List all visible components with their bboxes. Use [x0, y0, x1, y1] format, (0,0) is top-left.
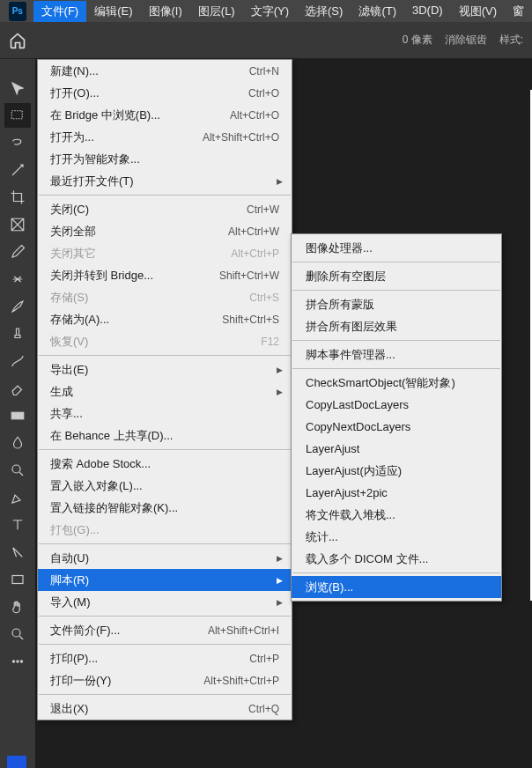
menu-滤镜(T)[interactable]: 滤镜(T)	[351, 1, 404, 22]
menu-item-shortcut: Ctrl+W	[247, 203, 279, 216]
menu-item-label: 打印(P)...	[50, 651, 98, 667]
menu-item-label: 存储(S)	[50, 290, 88, 306]
menu-item-label: 关闭其它	[50, 246, 96, 262]
menu-item-打开为智能对象...[interactable]: 打开为智能对象...	[38, 148, 292, 170]
tool-crop[interactable]	[4, 185, 31, 210]
tool-marquee[interactable]	[4, 103, 31, 128]
menu-item-导入(M)[interactable]: 导入(M)	[38, 591, 292, 613]
menu-3D(D)[interactable]: 3D(D)	[404, 1, 451, 22]
svg-point-5	[12, 661, 14, 662]
tool-lasso[interactable]	[4, 130, 31, 155]
menu-item-自动(U)[interactable]: 自动(U)	[38, 547, 292, 569]
menu-item-存储(S): 存储(S)Ctrl+S	[38, 286, 292, 308]
menu-item-生成[interactable]: 生成	[38, 380, 292, 402]
menu-item-存储为(A)...[interactable]: 存储为(A)...Shift+Ctrl+S	[38, 308, 292, 330]
tool-blur[interactable]	[4, 431, 31, 455]
tool-eraser[interactable]	[4, 376, 31, 401]
menu-item-文件简介(F)...[interactable]: 文件简介(F)...Alt+Shift+Ctrl+I	[38, 619, 292, 641]
menu-item-在 Bridge 中浏览(B)...[interactable]: 在 Bridge 中浏览(B)...Alt+Ctrl+O	[38, 104, 292, 126]
menu-item-关闭(C)[interactable]: 关闭(C)Ctrl+W	[38, 198, 292, 220]
menu-item-置入嵌入对象(L)...[interactable]: 置入嵌入对象(L)...	[38, 475, 292, 497]
menu-item-label: 退出(X)	[50, 701, 88, 717]
menu-item-最近打开文件(T)[interactable]: 最近打开文件(T)	[38, 170, 292, 192]
menu-item-label: 打开为...	[50, 129, 94, 145]
menu-item-打开为...[interactable]: 打开为...Alt+Shift+Ctrl+O	[38, 126, 292, 148]
menu-item-在 Behance 上共享(D)...[interactable]: 在 Behance 上共享(D)...	[38, 425, 292, 447]
menu-item-退出(X)[interactable]: 退出(X)Ctrl+Q	[38, 698, 292, 720]
tool-eyedrop[interactable]	[4, 240, 31, 264]
tool-pen[interactable]	[4, 485, 31, 510]
menu-视图(V)[interactable]: 视图(V)	[451, 1, 505, 22]
menu-item-shortcut: Ctrl+Q	[248, 703, 279, 715]
menu-文字(Y)[interactable]: 文字(Y)	[243, 1, 297, 22]
tool-zoom[interactable]	[4, 622, 31, 646]
submenu-item-浏览(B)...[interactable]: 浏览(B)...	[292, 576, 501, 598]
submenu-item-统计...[interactable]: 统计...	[292, 526, 501, 548]
menu-item-打印(P)...[interactable]: 打印(P)...Ctrl+P	[38, 647, 292, 669]
menu-编辑(E)[interactable]: 编辑(E)	[86, 1, 140, 22]
menu-图层(L)[interactable]: 图层(L)	[190, 1, 243, 22]
antialias-label[interactable]: 消除锯齿	[445, 33, 487, 48]
submenu-item-拼合所有图层效果[interactable]: 拼合所有图层效果	[292, 315, 501, 337]
tool-move[interactable]	[4, 76, 31, 100]
foreground-color-swatch[interactable]	[7, 756, 26, 768]
submenu-item-CopyLastDocLayers[interactable]: CopyLastDocLayers	[292, 394, 501, 416]
tool-more[interactable]	[4, 649, 31, 674]
tool-hand[interactable]	[4, 594, 31, 619]
svg-point-7	[20, 661, 22, 662]
menu-separator	[39, 644, 291, 645]
tool-history[interactable]	[4, 349, 31, 373]
submenu-item-LayerAjust+2pic[interactable]: LayerAjust+2pic	[292, 482, 501, 504]
menu-item-label: 恢复(V)	[50, 334, 88, 350]
tool-path[interactable]	[4, 540, 31, 565]
menu-item-shortcut: Ctrl+N	[249, 65, 279, 78]
svg-point-6	[17, 661, 18, 662]
menu-item-导出(E)[interactable]: 导出(E)	[38, 358, 292, 380]
menu-item-shortcut: Ctrl+O	[248, 87, 279, 100]
tool-heal[interactable]	[4, 267, 31, 292]
menu-item-脚本(R)[interactable]: 脚本(R)	[38, 569, 292, 591]
menu-item-关闭并转到 Bridge...[interactable]: 关闭并转到 Bridge...Shift+Ctrl+W	[38, 264, 292, 286]
menu-item-label: 在 Behance 上共享(D)...	[50, 428, 173, 444]
file-menu: 新建(N)...Ctrl+N打开(O)...Ctrl+O在 Bridge 中浏览…	[37, 59, 292, 720]
tool-stamp[interactable]	[4, 321, 31, 346]
submenu-item-载入多个 DICOM 文件...[interactable]: 载入多个 DICOM 文件...	[292, 548, 501, 570]
tool-gradient[interactable]	[4, 403, 31, 428]
tool-type[interactable]	[4, 513, 31, 537]
tool-brush[interactable]	[4, 294, 31, 319]
submenu-item-CopyNextDocLayers[interactable]: CopyNextDocLayers	[292, 416, 501, 438]
menu-item-新建(N)...[interactable]: 新建(N)...Ctrl+N	[38, 60, 292, 82]
submenu-item-脚本事件管理器...[interactable]: 脚本事件管理器...	[292, 343, 501, 366]
home-icon[interactable]	[9, 32, 26, 49]
tool-rect[interactable]	[4, 567, 31, 592]
tool-dodge[interactable]	[4, 458, 31, 483]
submenu-item-将文件载入堆栈...[interactable]: 将文件载入堆栈...	[292, 504, 501, 526]
menu-窗[interactable]: 窗	[505, 1, 532, 22]
tool-wand[interactable]	[4, 158, 31, 182]
menu-图像(I)[interactable]: 图像(I)	[141, 1, 190, 22]
menu-选择(S)[interactable]: 选择(S)	[297, 1, 351, 22]
menu-item-shortcut: Alt+Ctrl+O	[230, 109, 279, 122]
menu-item-打开(O)...[interactable]: 打开(O)...Ctrl+O	[38, 82, 292, 104]
menu-item-置入链接的智能对象(K)...[interactable]: 置入链接的智能对象(K)...	[38, 497, 292, 519]
menu-item-搜索 Adobe Stock...[interactable]: 搜索 Adobe Stock...	[38, 453, 292, 475]
style-label[interactable]: 样式:	[499, 33, 523, 48]
menu-item-label: 文件简介(F)...	[50, 623, 120, 639]
options-bar: 0 像素 消除锯齿 样式:	[0, 22, 532, 59]
submenu-item-删除所有空图层[interactable]: 删除所有空图层	[292, 265, 501, 287]
menu-item-关闭全部[interactable]: 关闭全部Alt+Ctrl+W	[38, 220, 292, 242]
submenu-item-CheckSmartObject(智能对象)[interactable]: CheckSmartObject(智能对象)	[292, 372, 501, 394]
menu-item-打印一份(Y)[interactable]: 打印一份(Y)Alt+Shift+Ctrl+P	[38, 669, 292, 691]
submenu-separator	[292, 290, 500, 291]
menu-item-shortcut: Ctrl+P	[249, 653, 279, 665]
submenu-item-图像处理器...[interactable]: 图像处理器...	[292, 237, 501, 259]
tool-frame[interactable]	[4, 212, 31, 237]
submenu-separator	[292, 368, 500, 369]
submenu-item-LayerAjust[interactable]: LayerAjust	[292, 438, 501, 460]
menu-文件(F)[interactable]: 文件(F)	[33, 1, 87, 22]
menu-item-共享...[interactable]: 共享...	[38, 402, 292, 425]
submenu-item-拼合所有蒙版[interactable]: 拼合所有蒙版	[292, 293, 501, 315]
submenu-separator	[292, 340, 500, 341]
menu-item-label: 打开为智能对象...	[50, 151, 140, 167]
submenu-item-LayerAjust(内适应)[interactable]: LayerAjust(内适应)	[292, 460, 501, 482]
